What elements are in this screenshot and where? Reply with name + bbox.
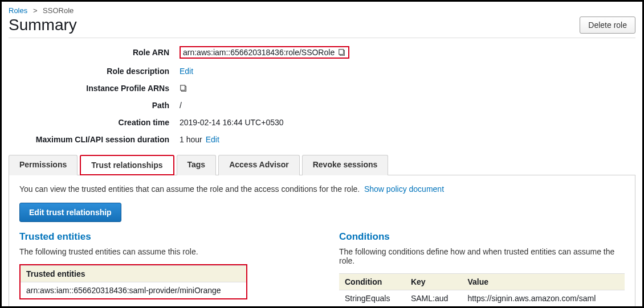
- trusted-entities-col: Trusted entities: [21, 266, 246, 282]
- copy-icon[interactable]: [180, 84, 188, 92]
- creation-time-label: Creation time: [31, 118, 180, 127]
- trust-description-text: You can view the trusted entities that c…: [19, 184, 360, 194]
- trust-description: You can view the trusted entities that c…: [19, 184, 625, 194]
- tab-access-advisor[interactable]: Access Advisor: [218, 155, 300, 175]
- trusted-entities-sub: The following trusted entities can assum…: [19, 247, 305, 256]
- show-policy-link[interactable]: Show policy document: [364, 184, 444, 194]
- delete-role-button[interactable]: Delete role: [580, 17, 635, 34]
- tab-content-trust: You can view the trusted entities that c…: [9, 175, 635, 308]
- role-arn-label: Role ARN: [31, 48, 180, 57]
- copy-icon[interactable]: [338, 48, 346, 56]
- role-arn-highlight: arn:aws:iam::656620318436:role/SSORole: [180, 46, 349, 59]
- conditions-sub: The following conditions define how and …: [339, 247, 625, 265]
- cond-val-value: https://signin.aws.amazon.com/saml: [462, 290, 625, 307]
- breadcrumb: Roles > SSORole: [9, 6, 635, 15]
- trusted-entities-value: arn:aws:iam::656620318436:saml-provider/…: [21, 282, 246, 299]
- cond-col-condition: Condition: [339, 274, 405, 290]
- edit-trust-relationship-button[interactable]: Edit trust relationship: [19, 203, 121, 222]
- breadcrumb-sep: >: [33, 6, 38, 15]
- trusted-entities-heading: Trusted entities: [19, 231, 305, 243]
- cond-col-value: Value: [462, 274, 625, 290]
- role-arn-value: arn:aws:iam::656620318436:role/SSORole: [183, 48, 335, 57]
- cond-col-key: Key: [405, 274, 462, 290]
- svg-rect-3: [181, 85, 185, 91]
- cond-val-key: SAML:aud: [405, 290, 462, 307]
- role-properties: Role ARN arn:aws:iam::656620318436:role/…: [31, 46, 635, 144]
- role-desc-label: Role description: [31, 67, 180, 76]
- breadcrumb-current: SSORole: [43, 6, 74, 15]
- max-session-edit-link[interactable]: Edit: [206, 135, 219, 144]
- creation-time-value: 2019-02-14 16:44 UTC+0530: [180, 118, 284, 127]
- tab-revoke-sessions[interactable]: Revoke sessions: [302, 155, 389, 175]
- trusted-entities-panel: Trusted entities The following trusted e…: [19, 231, 305, 306]
- table-row: StringEquals SAML:aud https://signin.aws…: [339, 290, 625, 307]
- tabs: Permissions Trust relationships Tags Acc…: [9, 154, 635, 175]
- cond-val-condition: StringEquals: [339, 290, 405, 307]
- tab-trust-relationships[interactable]: Trust relationships: [80, 155, 174, 175]
- conditions-heading: Conditions: [339, 231, 625, 243]
- max-session-label: Maximum CLI/API session duration: [31, 135, 180, 144]
- svg-rect-1: [339, 50, 344, 55]
- role-desc-edit-link[interactable]: Edit: [180, 67, 193, 76]
- tab-permissions[interactable]: Permissions: [9, 155, 78, 175]
- max-session-value: 1 hour: [180, 135, 202, 144]
- path-value: /: [180, 101, 182, 110]
- conditions-panel: Conditions The following conditions defi…: [339, 231, 625, 306]
- instance-profile-label: Instance Profile ARNs: [31, 84, 180, 93]
- breadcrumb-roles-link[interactable]: Roles: [9, 6, 27, 15]
- page-title: Summary: [9, 16, 77, 34]
- trusted-entities-highlight: Trusted entities arn:aws:iam::6566203184…: [19, 264, 247, 299]
- path-label: Path: [31, 101, 180, 110]
- tab-tags[interactable]: Tags: [177, 155, 217, 175]
